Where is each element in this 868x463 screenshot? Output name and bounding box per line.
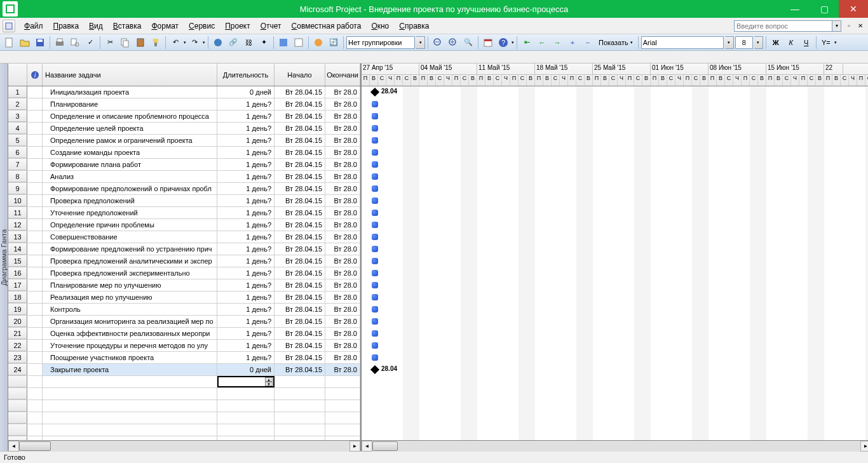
- cell-end[interactable]: Вт 28.0: [325, 159, 360, 170]
- task-row[interactable]: 5Определение рамок и ограничений проекта…: [8, 135, 360, 147]
- view-tab[interactable]: Диаграмма Ганта: [0, 64, 8, 451]
- help-icon[interactable]: ?: [496, 36, 510, 50]
- cell-end[interactable]: Вт 28.0: [325, 255, 360, 267]
- cell-duration[interactable]: 1 день?: [217, 304, 275, 315]
- cell-duration[interactable]: 1 день?: [217, 279, 275, 291]
- day-header[interactable]: Ч: [675, 75, 684, 86]
- cell-name[interactable]: Определение причин проблемы: [43, 219, 217, 231]
- task-bar[interactable]: [372, 246, 378, 252]
- row-number[interactable]: 23: [8, 352, 27, 363]
- day-header[interactable]: С: [865, 75, 868, 86]
- cell-start[interactable]: Вт 28.04.15: [275, 207, 325, 218]
- day-header[interactable]: В: [543, 75, 552, 86]
- file-icon-button[interactable]: [3, 20, 15, 32]
- day-header[interactable]: П: [742, 75, 750, 86]
- menu-проект[interactable]: Проект: [220, 20, 255, 32]
- day-header[interactable]: С: [519, 75, 527, 86]
- cell-end[interactable]: Вт 28.0: [325, 231, 360, 243]
- cell-end[interactable]: Вт 28.0: [325, 135, 360, 146]
- cell-name[interactable]: [43, 376, 217, 387]
- cell-name[interactable]: Контроль: [43, 304, 217, 315]
- gantt-hscroll[interactable]: ◄ ►: [362, 440, 868, 451]
- cell-end[interactable]: Вт 28.0: [325, 279, 360, 291]
- italic-button[interactable]: К: [784, 36, 798, 50]
- day-header[interactable]: В: [411, 75, 419, 86]
- cell-name[interactable]: Формирование предложений по устранению п…: [43, 243, 217, 255]
- zoom-in-icon[interactable]: [446, 36, 460, 50]
- day-header[interactable]: В: [642, 75, 651, 86]
- task-row[interactable]: 19Контроль1 день?Вт 28.04.15Вт 28.0: [8, 304, 360, 316]
- milestone-icon[interactable]: [370, 88, 379, 97]
- row-number[interactable]: 2: [8, 98, 27, 110]
- gantt-scroll-left-icon[interactable]: ◄: [362, 441, 372, 452]
- cell-duration[interactable]: 1 день?: [217, 135, 275, 146]
- nav-next-icon[interactable]: →: [550, 36, 564, 50]
- cell-end[interactable]: Вт 28.0: [325, 195, 360, 206]
- cell-name[interactable]: Определение рамок и ограничений проекта: [43, 135, 217, 146]
- cell-name[interactable]: Анализ: [43, 171, 217, 182]
- task-row[interactable]: 7Формирование плана работ1 день?Вт 28.04…: [8, 159, 360, 171]
- cell-duration[interactable]: 1 день?: [217, 316, 275, 327]
- day-header[interactable]: П: [395, 75, 403, 86]
- row-number[interactable]: 11: [8, 207, 27, 218]
- task-row[interactable]: 1Инициализация проекта0 днейВт 28.04.15В…: [8, 86, 360, 98]
- cell-end[interactable]: Вт 28.0: [325, 316, 360, 327]
- menu-справка[interactable]: Справка: [394, 20, 434, 32]
- week-header[interactable]: 18 Май '15: [535, 64, 593, 74]
- cell-duration[interactable]: 1 день?: [217, 352, 275, 363]
- day-header[interactable]: П: [766, 75, 775, 86]
- day-header[interactable]: С: [436, 75, 444, 86]
- row-number[interactable]: [8, 376, 27, 387]
- day-header[interactable]: В: [370, 75, 378, 86]
- day-header[interactable]: П: [477, 75, 485, 86]
- row-number[interactable]: 6: [8, 147, 27, 158]
- cell-end[interactable]: Вт 28.0: [325, 171, 360, 182]
- row-number[interactable]: 14: [8, 243, 27, 255]
- group-dropdown[interactable]: Нет группировки: [346, 36, 415, 49]
- cell-duration[interactable]: 1 день?: [217, 98, 275, 110]
- task-row[interactable]: 4Определение целей проекта1 день?Вт 28.0…: [8, 123, 360, 135]
- cell-duration[interactable]: 1 день?: [217, 195, 275, 206]
- week-header[interactable]: 22: [824, 64, 843, 74]
- underline-button[interactable]: Ч: [799, 36, 813, 50]
- sub-close-icon[interactable]: ✕: [855, 21, 865, 31]
- cell-start[interactable]: Вт 28.04.15: [275, 279, 325, 291]
- spellcheck-icon[interactable]: ✓: [83, 36, 97, 50]
- task-bar[interactable]: [372, 234, 378, 240]
- cell-name[interactable]: Формирование плана работ: [43, 159, 217, 170]
- day-header[interactable]: В: [585, 75, 593, 86]
- cell-end[interactable]: Вт 28.0: [325, 243, 360, 255]
- row-number[interactable]: 22: [8, 340, 27, 351]
- row-number[interactable]: 15: [8, 255, 27, 267]
- cell-start[interactable]: Вт 28.04.15: [275, 231, 325, 243]
- nav-first-icon[interactable]: ⇤: [520, 36, 534, 50]
- day-header[interactable]: П: [626, 75, 634, 86]
- row-number[interactable]: 16: [8, 267, 27, 279]
- print-icon[interactable]: [53, 36, 67, 50]
- filter-icon[interactable]: Y=: [819, 36, 833, 50]
- task-row[interactable]: 10Проверка предположений1 день?Вт 28.04.…: [8, 195, 360, 207]
- day-header[interactable]: С: [461, 75, 469, 86]
- task-row[interactable]: 24Закрытие проекта0 днейВт 28.04.15Вт 28…: [8, 364, 360, 376]
- cell-end[interactable]: Вт 28.0: [325, 98, 360, 110]
- day-header[interactable]: С: [634, 75, 642, 86]
- task-bar[interactable]: [372, 101, 378, 107]
- day-header[interactable]: С: [667, 75, 675, 86]
- day-header[interactable]: В: [832, 75, 841, 86]
- task-bar[interactable]: [372, 185, 378, 192]
- day-header[interactable]: П: [452, 75, 461, 86]
- day-header[interactable]: В: [816, 75, 824, 86]
- scroll-thumb[interactable]: [19, 441, 51, 451]
- info-icon[interactable]: [276, 36, 290, 50]
- cell-end[interactable]: Вт 28.0: [325, 86, 360, 98]
- task-bar[interactable]: [372, 149, 378, 156]
- day-header[interactable]: В: [758, 75, 766, 86]
- cell-start[interactable]: Вт 28.04.15: [275, 267, 325, 279]
- font-size-arrow[interactable]: ▾: [754, 36, 763, 49]
- maximize-button[interactable]: ▢: [810, 0, 839, 18]
- day-header[interactable]: С: [725, 75, 733, 86]
- question-input[interactable]: [734, 20, 832, 32]
- day-header[interactable]: П: [684, 75, 692, 86]
- cell-start[interactable]: Вт 28.04.15: [275, 292, 325, 303]
- row-number[interactable]: 17: [8, 279, 27, 291]
